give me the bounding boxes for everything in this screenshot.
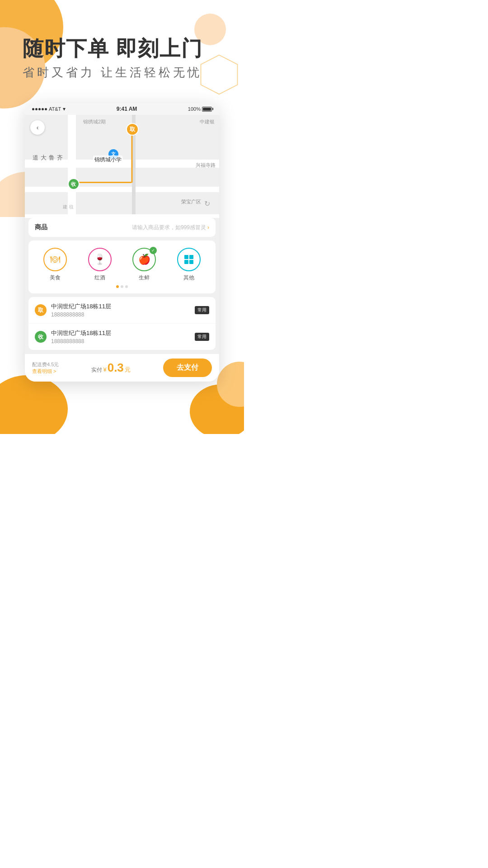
hero-section: 随时下单 即刻上门 省时又省力 让生活轻松无忧 <box>0 0 244 94</box>
road-label-jinxiu: 锦绣城2期 <box>83 118 106 125</box>
delivery-fee-section: 配送费4.5元 查看明细 > <box>32 361 59 375</box>
delivery-addr-marker: 收 <box>35 331 47 343</box>
goods-hint-text: 请输入商品要求，如999感冒灵 <box>132 224 206 231</box>
goods-hint: 请输入商品要求，如999感冒灵 › <box>132 224 209 231</box>
check-badge: ✓ <box>150 247 157 254</box>
category-grid: 🍽 美食 🍷 红酒 🍎 ✓ 生鲜 <box>33 248 211 282</box>
category-section: 🍽 美食 🍷 红酒 🍎 ✓ 生鲜 <box>28 241 216 293</box>
dot-active <box>116 285 119 288</box>
price-value: 0.3 <box>108 361 124 375</box>
address-section: 取 中润世纪广场18栋11层 18888888888 常用 收 中润世纪广场18… <box>28 297 216 350</box>
view-detail-link[interactable]: 查看明细 > <box>32 368 59 375</box>
svg-rect-4 <box>189 260 193 264</box>
category-fresh[interactable]: 🍎 ✓ 生鲜 <box>122 248 167 282</box>
price-display: 实付 ¥ 0.3 元 <box>91 361 130 375</box>
bottom-bar: 配送费4.5元 查看明细 > 实付 ¥ 0.3 元 去支付 <box>25 354 219 382</box>
delivery-addr-name: 中润世纪广场18栋11层 <box>51 329 190 337</box>
wine-icon: 🍷 <box>88 248 112 271</box>
category-food[interactable]: 🍽 美食 <box>33 248 78 282</box>
other-icon <box>177 248 201 271</box>
goods-label: 商品 <box>35 223 47 231</box>
hero-subtitle: 省时又省力 让生活轻松无忧 <box>23 65 226 80</box>
delivery-marker: 收 <box>68 178 80 190</box>
phone-mockup: AT&T ▾ 9:41 AM 100% ‹ <box>25 103 219 382</box>
road-label-xingfu: 兴福寺路 <box>196 162 216 169</box>
route-line-horizontal <box>75 182 132 183</box>
school-label: 锦绣城小学 <box>93 156 123 164</box>
refresh-icon[interactable]: ↻ <box>204 199 210 208</box>
food-label: 美食 <box>50 274 61 282</box>
status-right: 100% <box>188 106 212 112</box>
dot-2 <box>125 285 128 288</box>
back-button[interactable]: ‹ <box>30 120 45 135</box>
svg-rect-2 <box>189 255 193 259</box>
status-time: 9:41 AM <box>117 106 137 112</box>
pickup-marker: 取 <box>126 123 139 136</box>
category-wine[interactable]: 🍷 红酒 <box>78 248 122 282</box>
goods-hint-arrow-icon: › <box>207 224 209 231</box>
route-line-vertical <box>131 128 132 183</box>
other-label: 其他 <box>183 274 194 282</box>
pickup-addr-marker: 取 <box>35 304 47 316</box>
map-area: ‹ 取 收 文 锦绣城小学 齐鲁大道 锦绣城2期 中建银 兴福寺路 荣宝广区 往… <box>25 115 219 214</box>
delivery-address-row[interactable]: 收 中润世纪广场18栋11层 18888888888 常用 <box>28 324 216 350</box>
map-road-vertical-1 <box>68 115 76 214</box>
status-left: AT&T ▾ <box>32 106 66 112</box>
svg-rect-1 <box>184 255 188 259</box>
battery-icon <box>202 107 212 112</box>
price-unit: 元 <box>125 366 131 374</box>
battery-percent: 100% <box>188 106 201 112</box>
hero-title: 随时下单 即刻上门 <box>23 36 226 61</box>
delivery-addr-phone: 18888888888 <box>51 338 190 344</box>
carrier-name: AT&T <box>49 106 61 112</box>
wifi-icon: ▾ <box>63 106 66 112</box>
fresh-icon: 🍎 ✓ <box>132 248 156 271</box>
wine-label: 红酒 <box>94 274 105 282</box>
food-icon: 🍽 <box>43 248 67 271</box>
bg-circle-bottom-left <box>0 375 68 434</box>
content-area: 商品 请输入商品要求，如999感冒灵 › 🍽 美食 🍷 红酒 <box>25 218 219 382</box>
pickup-address-row[interactable]: 取 中润世纪广场18栋11层 18888888888 常用 <box>28 297 216 324</box>
pickup-addr-name: 中润世纪广场18栋11层 <box>51 302 190 311</box>
category-other[interactable]: 其他 <box>167 248 211 282</box>
delivery-addr-tag: 常用 <box>195 333 209 341</box>
actual-pay-label: 实付 <box>91 366 102 374</box>
svg-rect-3 <box>184 260 188 264</box>
page-wrapper: 随时下单 即刻上门 省时又省力 让生活轻松无忧 AT&T ▾ 9:41 AM 1… <box>0 0 244 434</box>
delivery-fee-label: 配送费4.5元 <box>32 361 59 368</box>
pickup-addr-phone: 18888888888 <box>51 311 190 318</box>
signal-icon <box>32 108 47 110</box>
dot-1 <box>121 285 123 288</box>
pickup-addr-tag: 常用 <box>195 306 209 314</box>
currency-symbol: ¥ <box>103 366 106 373</box>
delivery-addr-content: 中润世纪广场18栋11层 18888888888 <box>51 329 190 344</box>
page-dots <box>33 285 211 288</box>
road-label-zhongjian: 中建银 <box>200 118 215 125</box>
goods-section[interactable]: 商品 请输入商品要求，如999感冒灵 › <box>28 218 216 237</box>
road-label-rongbao: 荣宝广区 <box>181 198 201 205</box>
road-label-qilu: 齐鲁大道 <box>31 150 64 151</box>
map-road-horizontal-2 <box>25 187 219 192</box>
status-bar: AT&T ▾ 9:41 AM 100% <box>25 103 219 115</box>
pay-button[interactable]: 去支付 <box>163 359 212 377</box>
fresh-label: 生鲜 <box>139 274 150 282</box>
pickup-addr-content: 中润世纪广场18栋11层 18888888888 <box>51 302 190 318</box>
